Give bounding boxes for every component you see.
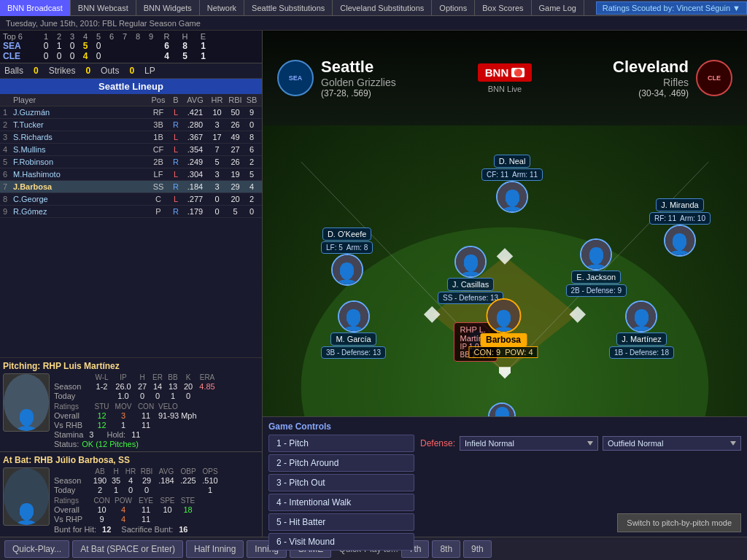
rf-photo: [664, 225, 696, 257]
player-sb-4: 6: [244, 145, 259, 154]
cleveland-name: Cleveland: [613, 58, 689, 77]
pitch-1[interactable]: 1 - Pitch: [268, 435, 414, 452]
lineup-title: Seattle Lineup: [0, 79, 262, 94]
player-b-4: L: [169, 145, 182, 154]
player-pos-1: RF: [147, 108, 169, 117]
player-rbi-9: 5: [226, 207, 244, 216]
tab-cleveland-subs[interactable]: Cleveland Substitutions: [333, 0, 432, 16]
outfield-select[interactable]: Outfield Normal Outfield In Outfield Bac…: [603, 436, 741, 451]
tab-network[interactable]: Network: [200, 0, 244, 16]
lineup-row-6[interactable]: 6 M.Hashimoto LF L .304 3 19 5: [0, 168, 262, 181]
col-sb-header: SB: [244, 96, 259, 104]
lineup-row-2[interactable]: 2 T.Tucker 3B R .280 3 26 0: [0, 119, 262, 131]
cf-photo: [496, 181, 528, 213]
cle-score-row: CLE 0 0 0 4 0 4 5 1: [3, 51, 259, 61]
pitch-3[interactable]: 3 - Pitch Out: [268, 474, 414, 491]
player-pos-8: C: [147, 195, 169, 203]
quick-play-btn[interactable]: Quick-Play...: [4, 540, 69, 558]
cf-player: D. Neal CF: 11 Arm: 11: [481, 155, 543, 213]
lf-name: D. O'Keefe: [328, 230, 366, 238]
cf-card: D. Neal: [494, 155, 531, 168]
lineup-row-9[interactable]: 9 R.Gómez P R .179 0 5 0: [0, 206, 262, 218]
field-area: D. O'Keefe LF: 5 Arm: 8 D. Neal CF: 11 A…: [263, 125, 747, 416]
tab-box-scores[interactable]: Box Scores: [475, 0, 531, 16]
lineup-row-1[interactable]: 1 J.Guzmán RF L .421 10 50 9: [0, 106, 262, 119]
status-bar: Balls 0 Strikes 0 Outs 0 LP: [0, 63, 262, 79]
sea-inn4: 5: [79, 41, 92, 51]
cle-logo: CLE: [696, 60, 732, 96]
cle-inn4: 4: [79, 51, 92, 61]
lineup-row-3[interactable]: 3 S.Richards 1B L .367 17 49 8: [0, 131, 262, 144]
defense-label: Defense:: [420, 438, 455, 448]
3b-photo: [338, 300, 370, 332]
tab-bnn-webcast[interactable]: BNN Webcast: [71, 0, 136, 16]
half-inning-btn[interactable]: Half Inning: [186, 540, 244, 558]
bnn-center: BNN 🔴 BNN Live: [456, 31, 554, 125]
pitch-5[interactable]: 5 - Hit Batter: [268, 513, 414, 531]
tab-options[interactable]: Options: [432, 0, 475, 16]
pitching-section: Pitching: RHP Luis Martínez W-L IP H ER …: [0, 357, 262, 451]
switch-btn[interactable]: Switch to pitch-by-pitch mode: [617, 513, 741, 532]
pitching-title: Pitching: RHP Luis Martínez: [3, 361, 259, 371]
lineup-row-8[interactable]: 8 C.George C L .277 0 20 2: [0, 193, 262, 206]
player-sb-7: 4: [244, 182, 259, 191]
cle-abbr: CLE: [3, 51, 39, 61]
player-b-2: R: [169, 120, 182, 129]
lf-photo: [331, 254, 363, 286]
player-pos-9: P: [147, 207, 169, 216]
sea-abbr: SEA: [3, 41, 39, 51]
balls-label: Balls: [4, 66, 23, 76]
player-num-5: 5: [3, 158, 13, 166]
ss-card: J. Casillas: [447, 278, 494, 291]
player-pos-2: 3B: [147, 120, 169, 129]
inning-9-btn[interactable]: 9th: [463, 540, 492, 558]
tab-game-log[interactable]: Game Log: [532, 0, 584, 16]
sea-logo: SEA: [277, 60, 314, 96]
player-hr-5: 5: [208, 158, 226, 166]
inning-6: 6: [105, 32, 118, 41]
h-header: H: [176, 32, 194, 41]
pitch-6[interactable]: 6 - Visit Mound: [268, 533, 414, 551]
at-bat-btn[interactable]: At Bat (SPACE or Enter): [72, 540, 183, 558]
batter-photo: [3, 467, 50, 526]
player-num-9: 9: [3, 207, 13, 216]
inning-5: 5: [92, 32, 105, 41]
pitch-4[interactable]: 4 - Intentional Walk: [268, 494, 414, 511]
cle-inn2: 0: [53, 51, 66, 61]
player-pos-3: 1B: [147, 133, 169, 141]
seattle-nickname: Golden Grizzlies: [321, 77, 396, 88]
rf-stats: RF: 11 Arm: 10: [649, 212, 711, 225]
batter-stats-badge: CON: 9 POW: 4: [468, 346, 538, 358]
inning-8-btn[interactable]: 8th: [432, 540, 460, 558]
ss-player: J. Casillas SS - Defense: 13: [438, 246, 503, 304]
right-panel: SEA Seattle Golden Grizzlies (37-28, .56…: [263, 31, 747, 537]
player-pos-7: SS: [147, 182, 169, 191]
player-pos-6: LF: [147, 170, 169, 179]
player-num-7: 7: [3, 182, 13, 191]
tab-seattle-subs[interactable]: Seattle Substitutions: [244, 0, 333, 16]
tab-bnn-broadcast[interactable]: BNN Broadcast: [0, 0, 71, 16]
sac-bunt-val: 16: [179, 525, 187, 534]
player-rbi-3: 49: [226, 133, 244, 141]
strikes-label: Strikes: [49, 66, 76, 76]
lineup-rows: 1 J.Guzmán RF L .421 10 50 9 2 T.Tucker …: [0, 106, 262, 218]
infield-select[interactable]: Infield Normal Infield In Infield Back I…: [460, 436, 598, 451]
pitcher-content: W-L IP H ER BB K ERA Season 1-2 26.0 27 …: [3, 373, 259, 448]
strikes-value: 0: [85, 66, 90, 76]
player-sb-8: 2: [244, 195, 259, 203]
tab-bnn-widgets[interactable]: BNN Widgets: [136, 0, 200, 16]
lineup-row-7[interactable]: 7 J.Barbosa SS R .184 3 29 4: [0, 181, 262, 193]
outs-label: Outs: [101, 66, 119, 76]
lineup-row-4[interactable]: 4 S.Mullins CF L .354 7 27 6: [0, 144, 262, 156]
inning-1: 1: [39, 32, 53, 41]
col-player-header: Player: [13, 96, 147, 104]
batter-detail: AB H HR RBI AVG OBP OPS Season 190 35 4 …: [54, 467, 259, 534]
pitch-2[interactable]: 2 - Pitch Around: [268, 454, 414, 472]
ratings-badge[interactable]: Ratings Scouted by: Vincent Séguin ▼: [596, 1, 747, 15]
col-avg-header: AVG: [182, 96, 208, 104]
lineup-row-5[interactable]: 5 F.Robinson 2B R .249 5 26 2: [0, 156, 262, 168]
sea-r: 6: [158, 41, 176, 51]
player-avg-4: .354: [182, 145, 208, 154]
1b-card: J. Martínez: [616, 332, 666, 346]
sea-score-row: SEA 0 1 0 5 0 6 8 1: [3, 41, 259, 51]
